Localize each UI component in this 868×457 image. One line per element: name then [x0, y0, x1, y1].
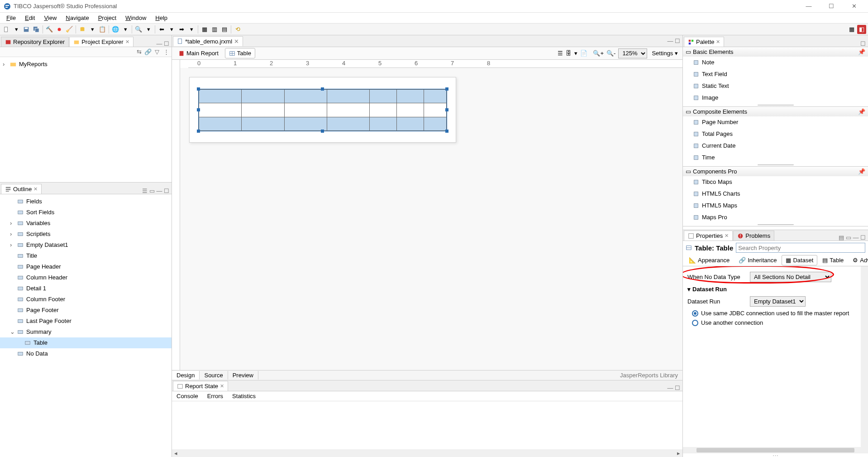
minimize-panel-icon[interactable]: —	[667, 38, 673, 44]
palette-dropdown[interactable]: ▾	[121, 25, 130, 34]
dataset-icon[interactable]	[78, 25, 87, 34]
palette-item[interactable]: Total Pages	[683, 128, 868, 140]
resize-handle[interactable]	[683, 164, 868, 166]
new-dropdown-icon[interactable]: ▾	[12, 25, 21, 34]
menu-view[interactable]: View	[39, 14, 61, 22]
menu-help[interactable]: Help	[151, 14, 172, 22]
outline-item[interactable]: Sort Fields	[0, 207, 172, 218]
table-element[interactable]	[199, 89, 447, 131]
palette-item[interactable]: HTML5 Maps	[683, 200, 868, 212]
pin-icon[interactable]: 📌	[858, 48, 865, 55]
maximize-panel-icon[interactable]: ☐	[163, 40, 170, 47]
grid2-icon[interactable]: ▥	[210, 25, 219, 34]
outline-item[interactable]: Detail 1	[0, 283, 172, 294]
window-minimize[interactable]: —	[798, 2, 819, 11]
minimize-panel-icon[interactable]: —	[156, 40, 162, 47]
subtab-main-report[interactable]: Main Report	[175, 48, 222, 58]
link-icon[interactable]: 🔗	[144, 48, 152, 56]
palette-item[interactable]: Time	[683, 152, 868, 164]
when-no-data-select[interactable]: All Sections No Detail	[750, 272, 831, 282]
palette-item[interactable]: Image	[683, 92, 868, 104]
pin-icon[interactable]: 📌	[858, 168, 865, 175]
close-icon[interactable]: ✕	[234, 38, 239, 45]
perspective2-icon[interactable]: ◧	[857, 25, 866, 34]
view1-icon[interactable]: ☰	[558, 50, 563, 57]
tree-root-myreports[interactable]: › MyReports	[0, 59, 172, 70]
palette-item[interactable]: HTML5 Charts	[683, 188, 868, 200]
subtab-dataset[interactable]: ▦Dataset	[782, 255, 817, 265]
design-canvas[interactable]	[180, 68, 682, 370]
palette-item[interactable]: Static Text	[683, 80, 868, 92]
props-icon2[interactable]: ▭	[845, 234, 852, 241]
menu-file[interactable]: File	[2, 14, 20, 22]
maximize-panel-icon[interactable]: ☐	[674, 38, 681, 44]
palette-section-header[interactable]: ▭Components Pro📌	[683, 167, 868, 176]
props-icon1[interactable]: ▤	[838, 234, 844, 241]
palette-item[interactable]: Maps Pro	[683, 212, 868, 223]
maximize-panel-icon[interactable]: ☐	[163, 188, 170, 194]
close-icon[interactable]: ✕	[716, 39, 720, 45]
forward-icon[interactable]: ➡	[177, 25, 186, 34]
outline-item[interactable]: Page Footer	[0, 305, 172, 316]
palette-globe-icon[interactable]: 🌐	[111, 25, 120, 34]
subtab-advanced[interactable]: ⚙Advanced	[849, 255, 868, 265]
data-icon[interactable]: 🗄	[566, 50, 572, 57]
view-menu-icon[interactable]: ⋮	[162, 48, 170, 56]
zoom-out-icon[interactable]: 🔍-	[606, 50, 615, 57]
grid1-icon[interactable]: ▦	[200, 25, 209, 34]
close-icon[interactable]: ✕	[220, 383, 224, 389]
tab-project-explorer[interactable]: Project Explorer ✕	[69, 37, 133, 47]
outline-item[interactable]: ›Empty Dataset1	[0, 240, 172, 250]
back-dropdown[interactable]: ▾	[167, 25, 176, 34]
outline-item[interactable]: Column Header	[0, 272, 172, 283]
refresh-icon[interactable]: ⟲	[233, 25, 242, 34]
radio-same-jdbc[interactable]: Use same JDBC connection used to fill th…	[687, 308, 856, 318]
outline-item[interactable]: Page Header	[0, 261, 172, 272]
subtab-inheritance[interactable]: 🔗Inheritance	[734, 255, 781, 265]
collapse-all-icon[interactable]: ⇆	[135, 48, 143, 56]
subtab-appearance[interactable]: 📐Appearance	[685, 255, 734, 265]
minimize-panel-icon[interactable]: —	[156, 188, 162, 194]
close-icon[interactable]: ✕	[725, 233, 729, 239]
tab-report-state[interactable]: Report State ✕	[173, 381, 228, 391]
palette-item[interactable]: Tibco Maps	[683, 176, 868, 188]
outline-item[interactable]: ›Variables	[0, 218, 172, 229]
resize-handle[interactable]	[683, 104, 868, 106]
build-icon[interactable]: 🔨	[45, 25, 54, 34]
menu-window[interactable]: Window	[121, 14, 151, 22]
tab-outline[interactable]: Outline ✕	[1, 184, 42, 194]
perspective1-icon[interactable]: ▦	[847, 25, 856, 34]
pin-icon[interactable]: 📌	[858, 108, 865, 115]
menu-navigate[interactable]: Navigate	[61, 14, 93, 22]
outline-tree-icon[interactable]: ☰	[142, 188, 148, 194]
collapse-icon[interactable]: ▾	[687, 286, 691, 293]
resize-handle[interactable]	[683, 223, 868, 226]
search-property-input[interactable]	[736, 243, 865, 253]
tab-problems[interactable]: ! Problems	[733, 231, 774, 241]
forward-dropdown[interactable]: ▾	[187, 25, 196, 34]
scrollbar-horizontal[interactable]: ◂▸	[172, 449, 682, 457]
clean-icon[interactable]: 🧹	[65, 25, 74, 34]
zoom-select[interactable]: 125%	[618, 48, 647, 58]
outline-thumb-icon[interactable]: ▭	[149, 188, 155, 194]
maximize-panel-icon[interactable]: ☐	[860, 234, 866, 241]
palette-section-header[interactable]: ▭Composite Elements📌	[683, 107, 868, 116]
close-icon[interactable]: ✕	[33, 186, 38, 192]
data-dropdown[interactable]: ▾	[574, 50, 577, 57]
dataset-run-select[interactable]: Empty Dataset1	[750, 296, 806, 307]
tab-design[interactable]: Design	[172, 371, 200, 380]
outline-item[interactable]: ⌄Summary	[0, 327, 172, 337]
tab-source[interactable]: Source	[200, 371, 228, 380]
radio-another-connection[interactable]: Use another connection	[687, 318, 856, 327]
close-icon[interactable]: ✕	[125, 39, 129, 45]
back-icon[interactable]: ⬅	[157, 25, 166, 34]
subtab-table[interactable]: ▤Table	[818, 255, 848, 265]
outline-item[interactable]: Column Footer	[0, 294, 172, 305]
menu-edit[interactable]: Edit	[20, 14, 39, 22]
dataset-dropdown[interactable]: ▾	[88, 25, 97, 34]
tab-errors[interactable]: Errors	[203, 392, 228, 400]
maximize-panel-icon[interactable]: ☐	[674, 385, 681, 391]
outline-item[interactable]: No Data	[0, 348, 172, 359]
subtab-table[interactable]: Table	[225, 48, 255, 58]
window-maximize[interactable]: ☐	[821, 2, 842, 11]
